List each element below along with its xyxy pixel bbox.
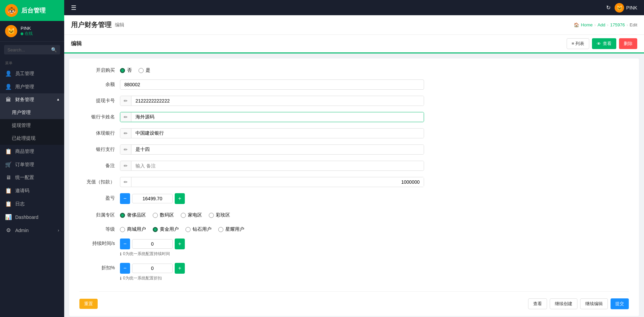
open-purchase-no[interactable]: 否 [120,67,132,73]
info-icon: ℹ [120,276,122,281]
sidebar-item-user-mgmt[interactable]: 用户管理 [0,106,64,119]
bank-input[interactable] [131,129,424,138]
chevron-down-icon: ▾ [57,97,59,102]
sidebar-item-label: Dashboard [15,214,39,220]
level-mall[interactable]: 商城用户 [120,226,146,232]
charge-input[interactable] [131,177,424,187]
sidebar-item-user[interactable]: 👤 用户管理 [0,80,64,93]
level-gold[interactable]: 黄金用户 [153,226,179,232]
duration-minus-button[interactable]: − [120,239,130,249]
sidebar-item-config[interactable]: 🖥 统一配置 [0,171,64,184]
discount-hint: ℹ 0为统一系统配置折扣 [120,275,424,281]
bank-name-input-wrap: ✏ [120,112,424,122]
sidebar-item-label: 日志 [15,201,25,207]
edit-icon[interactable]: ✏ [120,145,131,154]
duration-plus-button[interactable]: + [175,239,185,249]
edit-icon[interactable]: ✏ [120,129,131,138]
search-icon: 🔍 [51,47,57,52]
bank-name-input[interactable] [131,112,424,122]
withdraw-card-input[interactable] [131,96,424,106]
withdraw-card-label: 提现卡号 [79,96,120,104]
sidebar-item-finance[interactable]: 🏛 财务管理 ▾ [0,93,64,106]
bank-branch-input[interactable] [131,145,424,154]
zone-appliance[interactable]: 家电区 [181,212,202,218]
form-footer: 重置 查看 继续创建 继续编辑 提交 [79,291,629,309]
delete-button[interactable]: 删除 [619,38,637,49]
sidebar-item-label: 员工管理 [15,71,34,77]
sidebar-item-invite[interactable]: 📋 邀请码 [0,184,64,197]
balance-row: 余额 [79,80,629,90]
profit-loss-plus-button[interactable]: + [175,193,185,204]
reset-button[interactable]: 重置 [79,299,98,309]
duration-label: 持续时间/s [79,239,120,247]
duration-input[interactable] [132,239,173,249]
continue-edit-button[interactable]: 继续编辑 [580,298,608,309]
sidebar-item-goods[interactable]: 📋 商品管理 [0,145,64,158]
continue-create-button[interactable]: 继续创建 [550,298,577,309]
sidebar-item-withdraw[interactable]: 提现管理 [0,119,64,132]
bank-input-wrap: ✏ [120,128,424,138]
remark-row: 备注 ✏ [79,161,629,171]
view-button-footer[interactable]: 查看 [528,298,547,309]
sidebar-item-order[interactable]: 🛒 订单管理 [0,158,64,171]
topbar: ☰ ↻ 🐱 PINK [64,0,644,15]
chevron-right-icon: › [58,228,59,233]
search-input[interactable] [7,47,49,52]
avatar: 🐱 [5,25,17,37]
profit-loss-minus-button[interactable]: − [120,193,130,204]
menu-icon[interactable]: ☰ [71,4,76,12]
discount-input[interactable] [132,264,173,273]
status-dot [21,32,23,35]
page-header: 用户财务管理 编辑 🏠 Home › Add › 175976 › Edit [64,15,644,35]
sidebar-item-processed-withdraw[interactable]: 已处理提现 [0,132,64,145]
edit-icon[interactable]: ✏ [120,161,131,171]
breadcrumb-add[interactable]: Add [597,22,605,27]
discount-plus-button[interactable]: + [175,263,185,274]
profit-loss-input[interactable] [132,194,173,203]
sidebar-item-admin[interactable]: ⚙ Admin › [0,224,64,237]
zone-lottery[interactable]: 彩玫区 [209,212,230,218]
user-status: 在线 [21,31,33,37]
duration-stepper: − + [120,239,424,249]
zone-luxury[interactable]: 奢侈品区 [120,212,146,218]
config-icon: 🖥 [5,175,12,181]
breadcrumb-id[interactable]: 175976 [610,22,625,27]
zone-label: 归属专区 [79,210,120,218]
remark-label: 备注 [79,161,120,169]
logo-icon: 🐯 [5,4,18,17]
view-button[interactable]: 👁 查看 [592,38,616,49]
submit-button[interactable]: 提交 [611,298,629,309]
edit-icon[interactable]: ✏ [120,96,131,106]
discount-minus-button[interactable]: − [120,263,130,274]
sidebar-item-dashboard[interactable]: 📊 Dashboard [0,210,64,224]
level-diamond[interactable]: 钻石用户 [185,226,212,232]
edit-icon[interactable]: ✏ [120,112,131,122]
content-area: 用户财务管理 编辑 🏠 Home › Add › 175976 › Edit 编… [64,15,644,317]
sidebar-item-staff[interactable]: 👤 员工管理 [0,67,64,80]
topbar-user: 🐱 PINK [615,3,637,13]
open-purchase-yes[interactable]: 是 [139,67,150,73]
sidebar-item-label: Admin [15,228,29,233]
charge-row: 充值（扣款） ✏ [79,177,629,187]
profit-loss-row: 盈亏 − + [79,193,629,204]
user-info: 🐱 PINK 在线 [0,21,64,42]
admin-icon: ⚙ [5,227,12,233]
page-title: 用户财务管理 [71,20,112,29]
charge-edit-icon[interactable]: ✏ [120,177,131,187]
list-button[interactable]: ≡ 列表 [567,38,589,49]
duration-hint: ℹ 0为统一系统配置持续时间 [120,251,424,257]
zone-digital[interactable]: 数码区 [153,212,174,218]
breadcrumb-home[interactable]: Home [581,22,593,27]
remark-input[interactable] [131,161,424,171]
search-wrap[interactable]: 🔍 [4,45,60,54]
withdraw-card-input-wrap: ✏ [120,96,424,106]
main-area: ☰ ↻ 🐱 PINK 用户财务管理 编辑 🏠 Home › Add › 1759… [64,0,644,317]
level-star[interactable]: 星耀用户 [218,226,244,232]
zone-radio-group: 奢侈品区 数码区 家电区 彩玫区 [120,210,424,218]
sidebar-item-log[interactable]: 📋 日志 [0,197,64,210]
refresh-icon[interactable]: ↻ [606,4,611,11]
balance-input[interactable] [120,80,424,90]
goods-icon: 📋 [5,148,12,155]
charge-label: 充值（扣款） [79,177,120,185]
sidebar-item-label: 邀请码 [15,188,29,194]
